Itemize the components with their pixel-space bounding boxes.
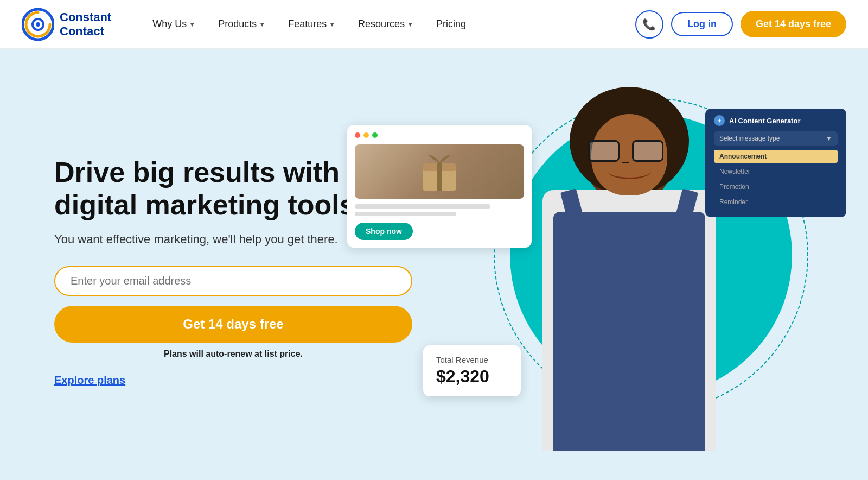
person-apron xyxy=(553,212,705,451)
nav-label-why-us: Why Us xyxy=(152,18,187,30)
shop-now-button[interactable]: Shop now xyxy=(355,223,413,240)
ai-option-announcement[interactable]: Announcement xyxy=(714,150,838,163)
nav-label-products: Products xyxy=(218,18,257,30)
ai-dropdown-chevron: ▼ xyxy=(826,135,832,142)
auto-renew-text: Plans will auto-renew at list price. xyxy=(54,349,412,359)
dot-yellow xyxy=(363,132,369,138)
nav-label-resources: Resources xyxy=(358,18,405,30)
ai-dropdown[interactable]: Select message type ▼ xyxy=(714,131,838,146)
window-dots xyxy=(355,132,524,138)
navbar: Constant Contact Why Us ▼ Products ▼ Fea… xyxy=(0,0,868,49)
ai-option-reminder[interactable]: Reminder xyxy=(714,195,838,209)
nav-cta-button[interactable]: Get 14 days free xyxy=(741,11,846,37)
ai-card-header: ✦ AI Content Generator xyxy=(714,115,838,126)
nav-item-pricing[interactable]: Pricing xyxy=(427,14,475,34)
phone-icon: 📞 xyxy=(642,18,656,31)
ai-card-title: AI Content Generator xyxy=(729,117,800,125)
svg-point-2 xyxy=(36,22,40,27)
product-image xyxy=(355,144,524,199)
svg-rect-5 xyxy=(437,163,442,191)
revenue-label: Total Revenue xyxy=(436,355,508,364)
email-input[interactable] xyxy=(71,275,396,287)
phone-button[interactable]: 📞 xyxy=(635,10,663,39)
ai-icon: ✦ xyxy=(714,115,725,126)
ai-content-generator-card: ✦ AI Content Generator Select message ty… xyxy=(705,109,846,217)
chevron-down-icon: ▼ xyxy=(259,21,265,28)
dot-green xyxy=(372,132,378,138)
nav-item-features[interactable]: Features ▼ xyxy=(279,14,344,34)
ai-option-promotion[interactable]: Promotion xyxy=(714,180,838,193)
chevron-down-icon: ▼ xyxy=(329,21,335,28)
nav-actions: 📞 Log in Get 14 days free xyxy=(635,10,846,39)
revenue-card: Total Revenue $2,320 xyxy=(423,345,521,396)
login-button[interactable]: Log in xyxy=(671,12,733,36)
dot-red xyxy=(355,132,360,138)
hero-right: Shop now ✦ AI Content Generator Select m… xyxy=(434,81,825,462)
nav-item-resources[interactable]: Resources ▼ xyxy=(349,14,422,34)
person-glasses xyxy=(588,140,669,156)
logo[interactable]: Constant Contact xyxy=(22,8,111,41)
nav-links: Why Us ▼ Products ▼ Features ▼ Resources… xyxy=(144,14,635,34)
email-content-lines xyxy=(355,204,524,216)
nav-label-pricing: Pricing xyxy=(436,18,466,29)
hero-cta-button[interactable]: Get 14 days free xyxy=(54,306,412,343)
chevron-down-icon: ▼ xyxy=(407,21,413,28)
email-card-mockup: Shop now xyxy=(347,125,532,248)
nav-label-features: Features xyxy=(288,18,327,30)
chevron-down-icon: ▼ xyxy=(189,21,195,28)
hero-section: Drive big results with our digital marke… xyxy=(0,49,868,480)
ai-option-newsletter[interactable]: Newsletter xyxy=(714,165,838,178)
email-input-wrapper xyxy=(54,266,412,296)
nav-item-why-us[interactable]: Why Us ▼ xyxy=(144,14,204,34)
nav-item-products[interactable]: Products ▼ xyxy=(209,14,274,34)
ai-dropdown-label: Select message type xyxy=(719,135,780,142)
logo-icon xyxy=(22,8,54,41)
revenue-amount: $2,320 xyxy=(436,367,508,387)
logo-text: Constant Contact xyxy=(60,10,111,39)
explore-plans-link[interactable]: Explore plans xyxy=(54,374,125,387)
